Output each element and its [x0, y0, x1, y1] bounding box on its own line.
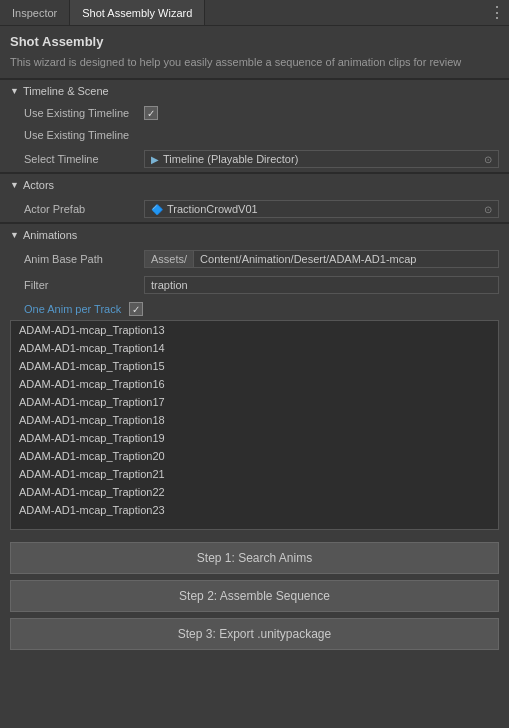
timeline-selected-value: Timeline (Playable Director): [163, 153, 298, 165]
list-item[interactable]: ADAM-AD1-mcap_Traption14: [11, 339, 498, 357]
actors-collapse-arrow: ▼: [10, 180, 19, 190]
timeline-collapse-arrow: ▼: [10, 86, 19, 96]
list-item[interactable]: ADAM-AD1-mcap_Traption19: [11, 429, 498, 447]
select-timeline-label: Select Timeline: [24, 153, 144, 165]
one-anim-label[interactable]: One Anim per Track: [24, 303, 121, 315]
use-existing-label: Use Existing Timeline: [24, 107, 144, 119]
timeline-dropdown-arrow: ⊙: [484, 154, 492, 165]
list-item[interactable]: ADAM-AD1-mcap_Traption13: [11, 321, 498, 339]
anim-base-path-row: Anim Base Path Assets/ Content/Animation…: [0, 246, 509, 272]
actor-prefab-label: Actor Prefab: [24, 203, 144, 215]
list-item[interactable]: ADAM-AD1-mcap_Traption15: [11, 357, 498, 375]
list-item[interactable]: ADAM-AD1-mcap_Traption16: [11, 375, 498, 393]
list-item[interactable]: ADAM-AD1-mcap_Traption21: [11, 465, 498, 483]
actors-header[interactable]: ▼ Actors: [0, 173, 509, 196]
list-item[interactable]: ADAM-AD1-mcap_Traption18: [11, 411, 498, 429]
animations-header[interactable]: ▼ Animations: [0, 223, 509, 246]
list-item[interactable]: ADAM-AD1-mcap_Traption17: [11, 393, 498, 411]
filter-label: Filter: [24, 279, 144, 291]
shot-assembly-title: Shot Assembly: [0, 26, 509, 53]
timeline-scene-label: Timeline & Scene: [23, 85, 109, 97]
actor-prefab-value: TractionCrowdV01: [167, 203, 258, 215]
anim-base-path-label: Anim Base Path: [24, 253, 144, 265]
step3-button[interactable]: Step 3: Export .unitypackage: [10, 618, 499, 650]
step-buttons-container: Step 1: Search Anims Step 2: Assemble Se…: [0, 536, 509, 656]
actors-label: Actors: [23, 179, 54, 191]
more-options-icon[interactable]: ⋮: [489, 3, 505, 22]
one-anim-row: One Anim per Track ✓: [0, 298, 509, 320]
step2-button[interactable]: Step 2: Assemble Sequence: [10, 580, 499, 612]
shot-assembly-wizard-tab-label: Shot Assembly Wizard: [82, 7, 192, 19]
use-existing-timeline-row: Use Existing Timeline ✓: [0, 102, 509, 124]
timeline-scene-header[interactable]: ▼ Timeline & Scene: [0, 79, 509, 102]
actor-prefab-inner: 🔷 TractionCrowdV01: [151, 203, 258, 215]
list-item[interactable]: ADAM-AD1-mcap_Traption22: [11, 483, 498, 501]
use-existing-timeline-label2: Use Existing Timeline: [24, 129, 144, 141]
list-item[interactable]: ADAM-AD1-mcap_Traption23: [11, 501, 498, 519]
inspector-tab-label: Inspector: [12, 7, 57, 19]
step1-button[interactable]: Step 1: Search Anims: [10, 542, 499, 574]
list-item[interactable]: ADAM-AD1-mcap_Traption20: [11, 447, 498, 465]
select-timeline-row: Select Timeline ▶ Timeline (Playable Dir…: [0, 146, 509, 172]
timeline-dropdown-inner: ▶ Timeline (Playable Director): [151, 153, 298, 165]
main-content: Shot Assembly This wizard is designed to…: [0, 26, 509, 728]
use-existing-timeline-label-row: Use Existing Timeline: [0, 124, 509, 146]
actor-dropdown-arrow: ⊙: [484, 204, 492, 215]
tab-inspector[interactable]: Inspector: [0, 0, 70, 25]
animations-collapse-arrow: ▼: [10, 230, 19, 240]
anim-base-value: Content/Animation/Desert/ADAM-AD1-mcap: [193, 250, 499, 268]
actor-prefab-row: Actor Prefab 🔷 TractionCrowdV01 ⊙: [0, 196, 509, 222]
filter-input[interactable]: [144, 276, 499, 294]
shot-assembly-description: This wizard is designed to help you easi…: [0, 53, 509, 78]
timeline-dropdown[interactable]: ▶ Timeline (Playable Director) ⊙: [144, 150, 499, 168]
actor-icon: 🔷: [151, 204, 163, 215]
timeline-play-icon: ▶: [151, 154, 159, 165]
tab-shot-assembly-wizard[interactable]: Shot Assembly Wizard: [70, 0, 205, 25]
use-existing-checkbox[interactable]: ✓: [144, 106, 158, 120]
filter-row: Filter: [0, 272, 509, 298]
animations-label: Animations: [23, 229, 77, 241]
tab-bar: Inspector Shot Assembly Wizard ⋮: [0, 0, 509, 26]
anim-base-prefix: Assets/: [144, 250, 193, 268]
one-anim-checkbox[interactable]: ✓: [129, 302, 143, 316]
anim-list[interactable]: ADAM-AD1-mcap_Traption13ADAM-AD1-mcap_Tr…: [10, 320, 499, 530]
actor-prefab-dropdown[interactable]: 🔷 TractionCrowdV01 ⊙: [144, 200, 499, 218]
